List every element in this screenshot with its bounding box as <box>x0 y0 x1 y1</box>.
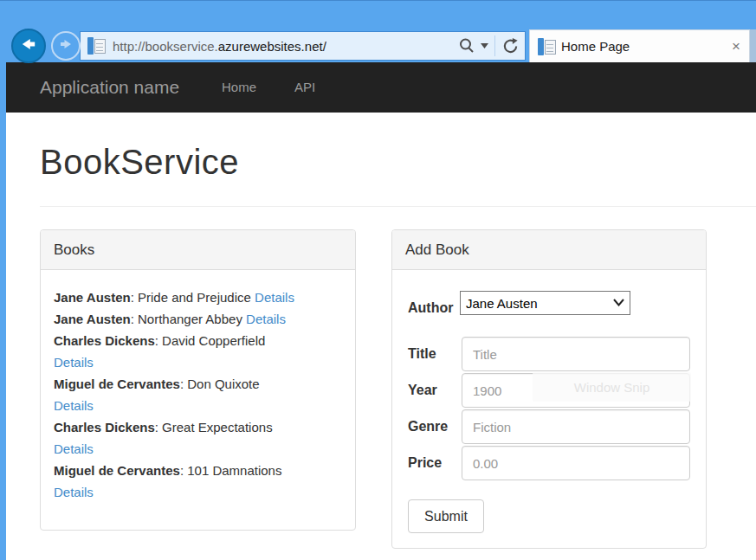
author-selected-value: Jane Austen <box>466 296 538 311</box>
nav-item-api[interactable]: API <box>294 62 315 113</box>
browser-tab[interactable]: Home Page × <box>529 29 750 62</box>
book-author: Charles Dickens <box>54 420 155 434</box>
book-entry: Charles Dickens: Great Expectations Deta… <box>54 416 342 460</box>
browser-window: http://bookservice.azurewebsites.net/ Ho… <box>0 0 756 560</box>
tab-close-button[interactable]: × <box>732 39 740 54</box>
add-book-panel: Add Book Author Jane Austen Title Year G… <box>391 229 707 549</box>
back-arrow-icon <box>18 34 39 58</box>
title-field[interactable] <box>462 337 690 371</box>
book-author: Jane Austen <box>54 312 131 326</box>
books-list: Jane Austen: Pride and Prejudice Details… <box>41 270 355 503</box>
tab-favicon-icon <box>538 37 555 56</box>
add-book-panel-title: Add Book <box>392 230 706 270</box>
genre-field[interactable] <box>462 409 690 444</box>
search-dropdown-caret-icon[interactable] <box>481 43 488 48</box>
new-tab-strip[interactable] <box>750 29 756 62</box>
page-title: BookService <box>40 143 239 182</box>
books-panel-title: Books <box>41 230 355 270</box>
title-label: Title <box>408 346 436 362</box>
url-text: http://bookservice.azurewebsites.net/ <box>113 39 326 54</box>
chevron-down-icon <box>613 299 624 306</box>
author-select[interactable]: Jane Austen <box>460 291 630 315</box>
book-entry: Miguel de Cervantes: 101 Damnations Deta… <box>54 460 342 503</box>
book-entry: Charles Dickens: David Copperfield Detai… <box>54 330 342 373</box>
author-label: Author <box>408 300 453 316</box>
url-prefix: http://bookservice. <box>113 39 218 54</box>
book-entry: Jane Austen: Northanger Abbey Details <box>54 308 342 330</box>
price-field[interactable] <box>462 446 690 480</box>
refresh-icon[interactable] <box>501 37 520 55</box>
book-entry: Miguel de Cervantes: Don Quixote Details <box>54 373 342 416</box>
page-content: Application name Home API BookService Bo… <box>6 62 756 560</box>
details-link[interactable]: Details <box>54 485 94 499</box>
navbar-brand[interactable]: Application name <box>40 62 179 113</box>
nav-item-home[interactable]: Home <box>222 62 256 113</box>
book-author: Jane Austen <box>54 290 131 305</box>
divider <box>40 206 756 207</box>
add-book-form: Author Jane Austen Title Year Genre Pric… <box>392 270 706 548</box>
tab-title: Home Page <box>561 39 732 54</box>
price-label: Price <box>408 455 442 471</box>
details-link[interactable]: Details <box>255 290 294 305</box>
forward-arrow-icon <box>57 35 74 56</box>
year-label: Year <box>408 383 437 398</box>
year-field[interactable] <box>462 373 690 408</box>
book-author: Charles Dickens <box>54 333 155 348</box>
address-bar[interactable]: http://bookservice.azurewebsites.net/ <box>80 31 526 61</box>
page-icon <box>87 36 107 55</box>
details-link[interactable]: Details <box>54 441 94 456</box>
search-icon[interactable] <box>458 37 475 55</box>
url-domain: azurewebsites.net/ <box>218 39 326 54</box>
books-panel: Books Jane Austen: Pride and Prejudice D… <box>40 229 356 531</box>
submit-button[interactable]: Submit <box>408 499 484 533</box>
forward-button[interactable] <box>51 31 81 61</box>
toolbar-divider <box>494 35 495 56</box>
navbar: Application name Home API <box>6 62 756 113</box>
book-entry: Jane Austen: Pride and Prejudice Details <box>54 286 342 308</box>
book-author: Miguel de Cervantes <box>54 463 180 478</box>
genre-label: Genre <box>408 419 448 434</box>
details-link[interactable]: Details <box>54 398 94 413</box>
book-author: Miguel de Cervantes <box>54 377 180 391</box>
back-button[interactable] <box>11 29 46 63</box>
details-link[interactable]: Details <box>246 312 286 326</box>
details-link[interactable]: Details <box>54 355 94 370</box>
